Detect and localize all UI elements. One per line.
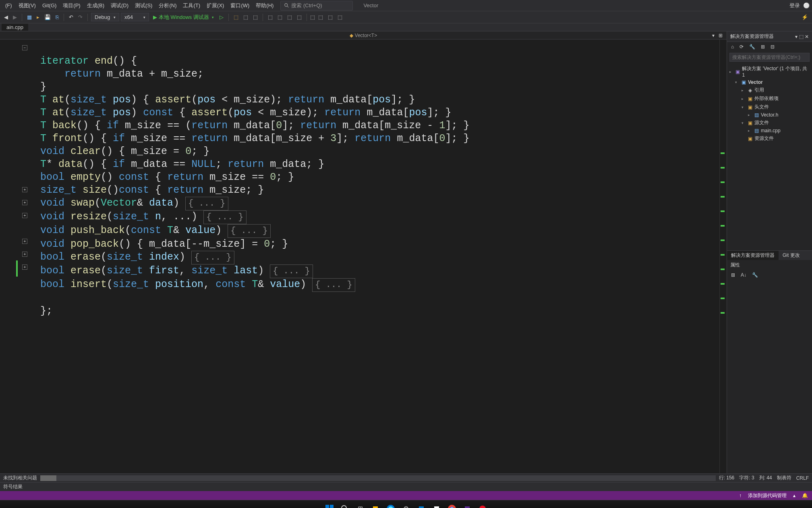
- save-button[interactable]: 💾: [43, 13, 52, 21]
- settings-icon[interactable]: ⚙: [400, 503, 412, 508]
- taskview-icon[interactable]: ⊞: [354, 503, 366, 508]
- tb-icon-11[interactable]: ⬚: [336, 13, 344, 21]
- home-icon[interactable]: ⌂: [729, 43, 735, 50]
- tree-references[interactable]: ▸ ◈ 引用: [727, 86, 812, 94]
- pin-icon[interactable]: ▾ ⬚ ✕: [795, 34, 809, 40]
- start-debug-button[interactable]: ▶ 本地 Windows 调试器 ▾: [151, 13, 216, 22]
- file-tab-main[interactable]: ain.cpp: [2, 24, 28, 31]
- source-control-chevron[interactable]: ▴: [793, 493, 795, 498]
- config-dropdown[interactable]: Debug▾: [91, 13, 119, 21]
- undo-button[interactable]: ↶: [67, 13, 75, 21]
- tb-icon-8[interactable]: ⬚: [310, 14, 315, 20]
- tb-icon-3[interactable]: ⬚: [251, 13, 259, 21]
- tb-icon-9[interactable]: ⬚: [317, 13, 325, 21]
- fold-plus-icon[interactable]: +: [22, 213, 27, 218]
- tree-external-deps[interactable]: ▸ ▣ 外部依赖项: [727, 94, 812, 103]
- menu-extensions[interactable]: 扩展(X): [204, 1, 227, 10]
- solution-icon: ▣: [735, 69, 741, 75]
- status-char: 字符: 3: [739, 475, 754, 481]
- tool-icon-3[interactable]: ⊟: [769, 43, 776, 50]
- live-share-button[interactable]: ⚡: [800, 13, 810, 21]
- dropdown-button[interactable]: ⊞: [717, 32, 724, 39]
- tab-solution-explorer[interactable]: 解决方案资源管理器: [727, 251, 779, 260]
- tree-project[interactable]: ▾ ▣ Vector: [727, 79, 812, 86]
- menu-build[interactable]: 生成(B): [84, 1, 107, 10]
- menu-debug[interactable]: 调试(D): [108, 1, 131, 10]
- fold-plus-icon[interactable]: +: [22, 239, 27, 244]
- fold-plus-icon[interactable]: +: [22, 252, 27, 257]
- tab-git-changes[interactable]: Git 更改: [779, 251, 804, 260]
- status-col: 列: 44: [759, 475, 772, 481]
- search-icon: [284, 3, 290, 8]
- login-icon[interactable]: ⚪: [803, 2, 810, 8]
- separator: [22, 14, 22, 21]
- props-wrench-icon[interactable]: 🔧: [750, 271, 760, 279]
- tb-icon-5[interactable]: ⬚: [276, 13, 284, 21]
- code-content[interactable]: iterator end() { return m_data + m_size;…: [24, 40, 727, 473]
- search-input[interactable]: 搜索 (Ctrl+Q): [280, 1, 353, 10]
- notifications-icon[interactable]: 🔔: [802, 493, 808, 498]
- explorer-icon[interactable]: [370, 503, 381, 508]
- back-button[interactable]: ◀: [2, 13, 10, 21]
- breadcrumb: ◆ Vector<T> ▾ ⊞: [0, 31, 727, 40]
- solution-search-input[interactable]: [729, 53, 810, 62]
- tree-solution[interactable]: ▸ ▣ 解决方案 'Vector' (1 个项目, 共 1: [727, 65, 812, 79]
- edge-icon[interactable]: [385, 503, 396, 508]
- tree-source-file[interactable]: ▸ ▤ main.cpp: [727, 127, 812, 134]
- overview-scrollbar[interactable]: [719, 40, 727, 473]
- start-no-debug-button[interactable]: ▷: [218, 13, 225, 21]
- tree-resources[interactable]: ▣ 资源文件: [727, 134, 812, 143]
- menu-file[interactable]: (F): [2, 1, 15, 10]
- tb-icon-4[interactable]: ⬚: [266, 13, 274, 21]
- source-control-button[interactable]: 添加到源代码管理: [748, 492, 787, 499]
- fold-minus-icon[interactable]: −: [22, 45, 27, 50]
- open-button[interactable]: ▸: [35, 13, 41, 21]
- tb-icon-1[interactable]: ⬚: [232, 13, 240, 21]
- tb-icon-10[interactable]: ⬚: [326, 13, 334, 21]
- menu-window[interactable]: 窗口(W): [228, 1, 252, 10]
- taskbar-search-icon[interactable]: [339, 503, 350, 508]
- find-results-bar[interactable]: 符号结果: [0, 482, 812, 491]
- breadcrumb-class[interactable]: Vector<T>: [355, 33, 377, 38]
- start-button[interactable]: [324, 503, 335, 508]
- app-icon-1[interactable]: [431, 503, 442, 508]
- code-editor[interactable]: − + + + + + + iterator end() { return m_…: [0, 40, 727, 473]
- menu-test[interactable]: 测试(S): [132, 1, 155, 10]
- visual-studio-icon[interactable]: [462, 503, 473, 508]
- forward-button[interactable]: ▶: [11, 13, 19, 21]
- menu-tools[interactable]: 工具(T): [180, 1, 203, 10]
- horizontal-scrollbar[interactable]: [40, 475, 716, 481]
- fold-plus-icon[interactable]: +: [22, 187, 27, 192]
- menu-help[interactable]: 帮助(H): [253, 1, 276, 10]
- tb-icon-2[interactable]: ⬚: [242, 13, 250, 21]
- fold-plus-icon[interactable]: +: [22, 200, 27, 205]
- tree-sources[interactable]: ▾ ▣ 源文件: [727, 119, 812, 127]
- tb-icon-7[interactable]: ⬚: [295, 13, 303, 21]
- h-file-icon: ▤: [754, 112, 759, 118]
- tool-icon-2[interactable]: ⊞: [759, 43, 766, 50]
- chrome-icon[interactable]: [446, 503, 458, 508]
- redo-button[interactable]: ↷: [77, 13, 84, 21]
- vscode-icon[interactable]: [416, 503, 427, 508]
- menu-git[interactable]: Git(G): [39, 1, 59, 10]
- split-button[interactable]: ▾: [710, 32, 716, 39]
- change-marker: [16, 260, 18, 277]
- login-link[interactable]: 登录: [789, 2, 800, 9]
- fold-plus-icon[interactable]: +: [22, 264, 27, 270]
- tb-icon-6[interactable]: ⬚: [286, 13, 294, 21]
- menu-project[interactable]: 项目(P): [60, 1, 83, 10]
- props-az-icon[interactable]: A↓: [739, 271, 748, 279]
- tree-header-file[interactable]: ▸ ▤ Vector.h: [727, 111, 812, 119]
- platform-dropdown[interactable]: x64▾: [121, 13, 149, 21]
- sync-icon[interactable]: ⟳: [738, 43, 745, 50]
- tool-icon[interactable]: 🔧: [748, 43, 757, 50]
- record-icon[interactable]: [477, 503, 488, 508]
- save-all-button[interactable]: ⎘: [54, 13, 60, 21]
- props-cat-icon[interactable]: ⊞: [729, 271, 737, 279]
- cpp-file-icon: ▤: [754, 128, 759, 133]
- menu-view[interactable]: 视图(V): [16, 1, 39, 10]
- tree-headers[interactable]: ▾ ▣ 头文件: [727, 103, 812, 111]
- file-tab-bar: ain.cpp: [0, 23, 812, 31]
- new-item-button[interactable]: ▦: [25, 13, 33, 21]
- menu-analyze[interactable]: 分析(N): [156, 1, 179, 10]
